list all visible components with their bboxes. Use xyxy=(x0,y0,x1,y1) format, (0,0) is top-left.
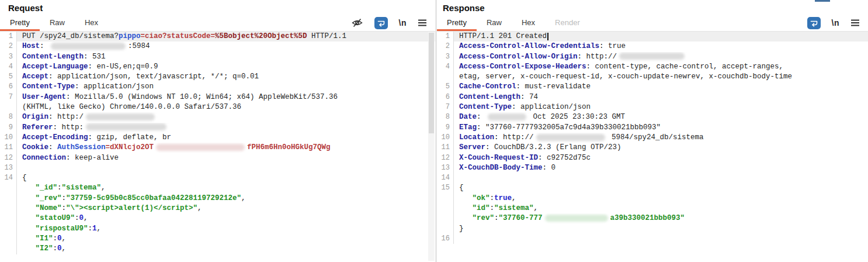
request-tabs: PrettyRawHex xyxy=(0,15,108,31)
code-row: 16 xyxy=(437,234,868,244)
code-segment: a39b330021bbb093" xyxy=(610,214,685,222)
code-row: (KHTML, like Gecko) Chrome/140.0.0.0 Saf… xyxy=(0,102,435,112)
line-number: 11 xyxy=(437,143,450,153)
request-editor[interactable]: 1PUT /spy24_db/sistema?pippo=ciao?status… xyxy=(0,32,435,262)
code-line: Content-Type: application/json xyxy=(453,102,868,112)
code-segment: : "37760-7777932005a7c9d4a39b330021bbb09… xyxy=(477,123,661,132)
code-segment: "37759-5c95b0c85cc0bafaa04228119729212e" xyxy=(66,194,241,202)
request-tab-raw[interactable]: Raw xyxy=(40,15,75,31)
wrap-icon[interactable] xyxy=(374,17,388,29)
top-edge-decoration xyxy=(815,0,830,2)
code-segment: : application/json xyxy=(75,82,154,91)
line-number xyxy=(0,224,13,234)
code-line: etag, server, x-couch-request-id, x-couc… xyxy=(453,72,868,82)
code-row: 5Accept: application/json, text/javascri… xyxy=(0,72,435,82)
code-row: 15{ xyxy=(437,183,868,193)
code-segment: , xyxy=(534,204,539,212)
code-row: 9Referer: http: xyxy=(0,123,435,133)
code-segment: :5984 xyxy=(128,42,150,50)
redacted-blur xyxy=(51,43,126,50)
code-segment: : xyxy=(62,194,67,202)
code-segment: : http: xyxy=(53,123,84,132)
code-line: Content-Length: 74 xyxy=(453,92,868,102)
code-row: 4Access-Control-Expose-Headers: content-… xyxy=(437,62,868,72)
request-tab-hex[interactable]: Hex xyxy=(75,15,108,31)
code-row: "_rev":"37759-5c95b0c85cc0bafaa042281197… xyxy=(0,194,435,204)
code-line xyxy=(453,173,868,183)
code-line: PUT /spy24_db/sistema?pippo=ciao?statusC… xyxy=(16,32,435,42)
wrap-icon[interactable] xyxy=(807,17,821,29)
line-number: 4 xyxy=(0,62,13,72)
code-line: Access-Control-Expose-Headers: content-t… xyxy=(453,62,868,72)
request-scrollbar[interactable] xyxy=(428,32,435,261)
code-segment: : 531 xyxy=(84,53,106,61)
code-segment: , xyxy=(101,184,106,192)
response-editor[interactable]: 1HTTP/1.1 201 Created2Access-Control-All… xyxy=(437,32,868,262)
code-row: "statoU9":0, xyxy=(0,213,435,223)
code-segment: =ciao?statusCode= xyxy=(141,32,216,40)
code-row: 8Origin: http:/ xyxy=(0,112,435,122)
code-line: Cookie: AuthSession=dXNlcjo2OTfPH6m6Hn0o… xyxy=(16,143,435,153)
line-number: 5 xyxy=(437,82,450,92)
code-segment: "\"><script>alert(1)</script>" xyxy=(66,204,197,212)
code-line: Host: :5984 xyxy=(16,42,435,51)
code-segment: fPH6m6Hn0oHGkUg7QWg xyxy=(247,143,331,151)
code-segment: "_id" xyxy=(36,184,58,192)
response-tab-pretty[interactable]: Pretty xyxy=(437,15,477,31)
code-segment: Content-Length xyxy=(459,93,520,101)
code-segment xyxy=(22,244,36,253)
line-number xyxy=(437,224,450,234)
code-segment: Content-Length xyxy=(22,53,84,61)
menu-icon[interactable] xyxy=(418,19,427,27)
code-segment: etag, server, x-couch-request-id, x-couc… xyxy=(459,73,792,81)
code-line: "rispostaU9":1, xyxy=(16,224,435,234)
scrollbar-thumb[interactable] xyxy=(429,33,434,133)
line-number xyxy=(0,102,13,112)
code-segment: "ok" xyxy=(473,194,490,202)
response-panel-title: Response xyxy=(437,0,868,15)
code-row: etag, server, x-couch-request-id, x-couc… xyxy=(437,72,868,82)
code-segment: , xyxy=(84,214,88,222)
code-line: X-Couch-Request-ID: c92752d75c xyxy=(453,153,868,163)
code-segment: Connection xyxy=(22,154,66,162)
response-panel: Response PrettyRawHexRender \n 1HTTP/1. xyxy=(437,0,868,262)
code-line: HTTP/1.1 201 Created xyxy=(453,32,868,42)
code-segment: : content-type, cache-control, accept-ra… xyxy=(586,63,784,71)
code-segment xyxy=(459,194,473,202)
code-segment: Access-Control-Allow-Origin xyxy=(459,53,578,61)
request-tab-pretty[interactable]: Pretty xyxy=(0,15,40,31)
code-row: "rev":"37760-777a39b330021bbb093" xyxy=(437,213,868,223)
newline-icon[interactable]: \n xyxy=(832,18,839,27)
response-tab-hex[interactable]: Hex xyxy=(512,15,545,31)
code-line: "rev":"37760-777a39b330021bbb093" xyxy=(453,213,868,223)
code-line xyxy=(16,163,435,173)
code-row: 9ETag: "37760-7777932005a7c9d4a39b330021… xyxy=(437,123,868,133)
code-segment: "37760-777 xyxy=(499,214,543,222)
panel-divider[interactable] xyxy=(436,0,436,262)
menu-icon[interactable] xyxy=(850,19,860,27)
code-segment: X-Couch-Request-ID xyxy=(459,154,538,162)
code-segment: HTTP/1.1 xyxy=(307,32,347,40)
code-segment: : application/json, text/javascript, */*… xyxy=(48,73,259,81)
code-row: 2Host: :5984 xyxy=(0,42,435,51)
line-number: 1 xyxy=(437,32,450,42)
request-panel-title: Request xyxy=(0,0,435,15)
response-tab-raw[interactable]: Raw xyxy=(477,15,512,31)
code-segment: : xyxy=(75,214,79,222)
newline-icon[interactable]: \n xyxy=(399,18,407,27)
line-number xyxy=(0,183,13,193)
code-line: "_rev":"37759-5c95b0c85cc0bafaa042281197… xyxy=(16,194,435,204)
code-segment: Content-Type xyxy=(22,82,75,91)
code-segment: { xyxy=(459,184,464,192)
code-line: Origin: http:/ xyxy=(16,112,435,122)
response-tab-render[interactable]: Render xyxy=(545,15,590,31)
code-row: 3Access-Control-Allow-Origin: http:// xyxy=(437,52,868,62)
line-number: 13 xyxy=(437,163,450,173)
code-segment: : 74 xyxy=(520,93,538,101)
code-row: 11Server: CouchDB/3.2.3 (Erlang OTP/23) xyxy=(437,143,868,153)
code-segment: User-Agent xyxy=(22,93,66,101)
line-number: 10 xyxy=(0,133,13,143)
hide-icon[interactable] xyxy=(351,18,363,28)
code-segment: : xyxy=(490,204,495,212)
code-segment: Referer xyxy=(22,123,53,132)
